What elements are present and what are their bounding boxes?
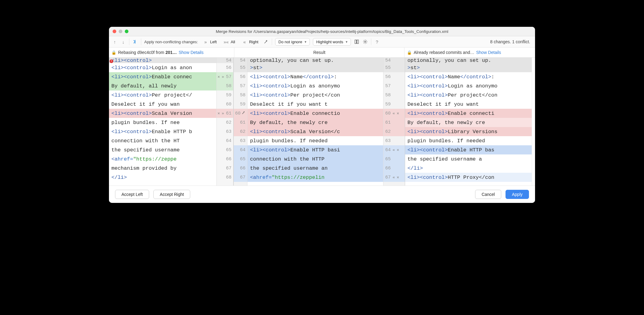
gutter-cell[interactable]: 64	[217, 136, 233, 145]
code-line[interactable]: <li><control>Library Versions	[405, 127, 532, 136]
discard-icon[interactable]: ✕	[397, 111, 399, 116]
apply-chunk-left-icon[interactable]: «	[393, 148, 395, 152]
error-marker-icon[interactable]: !	[110, 59, 113, 63]
code-line[interactable]: <a href="https://zeppelin	[247, 173, 383, 182]
apply-chunk-left-icon[interactable]: «	[393, 175, 395, 180]
gutter-cell[interactable]: 62	[383, 127, 405, 136]
accept-left-button[interactable]: Accept Left	[115, 190, 149, 199]
gutter-cell[interactable]: 56	[234, 72, 247, 81]
center-pane[interactable]: 5455565758596061626364656667 optionally,…	[234, 58, 405, 186]
center-gutter-right[interactable]: 54555657585960«✕61626364«✕656667«✕	[383, 58, 405, 186]
next-change-icon[interactable]: ↓	[121, 39, 126, 44]
gutter-cell[interactable]: 67«✕	[383, 173, 405, 182]
gutter-cell[interactable]: 61	[383, 118, 405, 127]
code-line[interactable]: Deselect it if you want	[405, 100, 532, 109]
minimize-icon[interactable]	[119, 30, 122, 33]
discard-icon[interactable]: ✕	[218, 111, 220, 116]
code-line[interactable]: <li><control>Name</control>:	[405, 72, 532, 81]
gear-icon[interactable]	[362, 39, 368, 44]
show-details-right[interactable]: Show Details	[476, 50, 501, 55]
discard-icon[interactable]: ✕	[218, 74, 220, 79]
gutter-cell[interactable]: 59	[234, 100, 247, 109]
gutter-cell[interactable]: 66	[234, 164, 247, 173]
gutter-cell[interactable]: 54	[217, 58, 233, 63]
code-line[interactable]: Deselect it if you wan	[109, 100, 216, 109]
code-line[interactable]: <li><control>Name</control>:	[247, 72, 383, 81]
code-line[interactable]: <li><control>Enable HTTP bas	[405, 145, 532, 154]
code-line[interactable]: <li><control>Enable connecti	[405, 109, 532, 118]
discard-icon[interactable]: ✕	[397, 175, 399, 180]
gutter-cell[interactable]: 58	[234, 90, 247, 100]
gutter-cell[interactable]: 59	[217, 90, 233, 100]
code-line[interactable]: <li><control>Enable HTTP basi	[247, 145, 383, 154]
code-line[interactable]: <li><control>HTTP Proxy</con	[405, 173, 532, 182]
code-line[interactable]: <li><control>	[109, 58, 216, 63]
gutter-cell[interactable]: 58	[217, 81, 233, 90]
discard-icon[interactable]: ✕	[397, 147, 399, 152]
code-line[interactable]: mechanism provided by	[109, 164, 216, 173]
gutter-cell[interactable]: 62	[217, 118, 233, 127]
code-line[interactable]: the specified username a	[405, 154, 532, 164]
apply-right-button[interactable]: « Right	[240, 38, 260, 45]
code-line[interactable]: By default, all newly	[109, 81, 216, 90]
maximize-icon[interactable]	[125, 30, 128, 33]
gutter-cell[interactable]: 63	[383, 136, 405, 145]
gutter-cell[interactable]: 57	[383, 81, 405, 90]
code-line[interactable]: <li><control>Enable connectio	[247, 109, 383, 118]
gutter-cell[interactable]: 58	[383, 90, 405, 100]
apply-all-button[interactable]: »« All	[222, 38, 237, 45]
gutter-cell[interactable]: 67	[217, 164, 233, 173]
gutter-cell[interactable]: ✕»57	[217, 72, 233, 81]
show-details-left[interactable]: Show Details	[179, 50, 204, 55]
center-code[interactable]: optionally, you can set up.>st><li><cont…	[247, 58, 383, 186]
gutter-cell[interactable]: 60	[217, 100, 233, 109]
right-pane[interactable]: optionally, you can set up.>st><li><cont…	[405, 58, 535, 186]
sync-scroll-icon[interactable]	[354, 39, 359, 44]
code-line[interactable]: >st>	[247, 63, 383, 72]
left-gutter[interactable]: 5456✕»57585960✕»6162636465666768	[216, 58, 233, 186]
apply-chunk-left-icon[interactable]: «	[393, 111, 395, 116]
gutter-cell[interactable]: 65	[383, 154, 405, 164]
code-line[interactable]: </li>	[405, 164, 532, 173]
gutter-cell[interactable]: 68	[217, 173, 233, 182]
code-line[interactable]: optionally, you can set up.	[247, 58, 383, 63]
code-line[interactable]: >st>	[405, 63, 532, 72]
left-code[interactable]: <li><control><li><control>Login as anon<…	[109, 58, 216, 186]
gutter-cell[interactable]: 66	[217, 154, 233, 164]
apply-button[interactable]: Apply	[506, 190, 529, 199]
code-line[interactable]: <li><control>Per project</con	[405, 90, 532, 100]
apply-chunk-right-icon[interactable]: »	[222, 75, 224, 79]
close-icon[interactable]	[113, 30, 116, 33]
gutter-cell[interactable]: 57	[234, 81, 247, 90]
gutter-cell[interactable]: 65	[234, 154, 247, 164]
ignore-whitespace-combo[interactable]: Do not ignore ▾	[275, 38, 310, 46]
highlight-combo[interactable]: Highlight words ▾	[313, 38, 351, 46]
code-line[interactable]: Deselect it if you want t	[247, 100, 383, 109]
code-line[interactable]: the specified username	[109, 145, 216, 154]
gutter-cell[interactable]: ✕»61	[217, 109, 233, 118]
gutter-cell[interactable]: 59	[383, 100, 405, 109]
gutter-cell[interactable]: 67	[234, 173, 247, 182]
gutter-cell[interactable]: 55	[383, 63, 405, 72]
right-code[interactable]: optionally, you can set up.>st><li><cont…	[405, 58, 532, 186]
code-line[interactable]: plugin bundles. If needed	[247, 136, 383, 145]
cancel-button[interactable]: Cancel	[475, 190, 501, 199]
gutter-cell[interactable]: 61	[234, 118, 247, 127]
code-line[interactable]: <li><control>Per project</	[109, 90, 216, 100]
magic-resolve-chunk-icon[interactable]	[242, 111, 245, 116]
gutter-cell[interactable]: 65	[217, 145, 233, 154]
gutter-cell[interactable]: 60«✕	[383, 109, 405, 118]
compare-icon[interactable]	[132, 39, 138, 44]
apply-left-button[interactable]: » Left	[201, 38, 219, 45]
gutter-cell[interactable]: 56	[217, 63, 233, 72]
code-line[interactable]: <li><control>Scala Version</c	[247, 127, 383, 136]
gutter-cell[interactable]: 62	[234, 127, 247, 136]
gutter-cell[interactable]: 64«✕	[383, 145, 405, 154]
code-line[interactable]: <li><control>Enable connec	[109, 72, 216, 81]
accept-right-button[interactable]: Accept Right	[153, 190, 190, 199]
code-line[interactable]: <li><control>Login as anonymo	[247, 81, 383, 90]
code-line[interactable]: <li><control>Per project</con	[247, 90, 383, 100]
apply-chunk-right-icon[interactable]: »	[222, 111, 224, 116]
code-line[interactable]: optionally, you can set up.	[405, 58, 532, 63]
code-line[interactable]: plugin bundles. If needed	[405, 136, 532, 145]
